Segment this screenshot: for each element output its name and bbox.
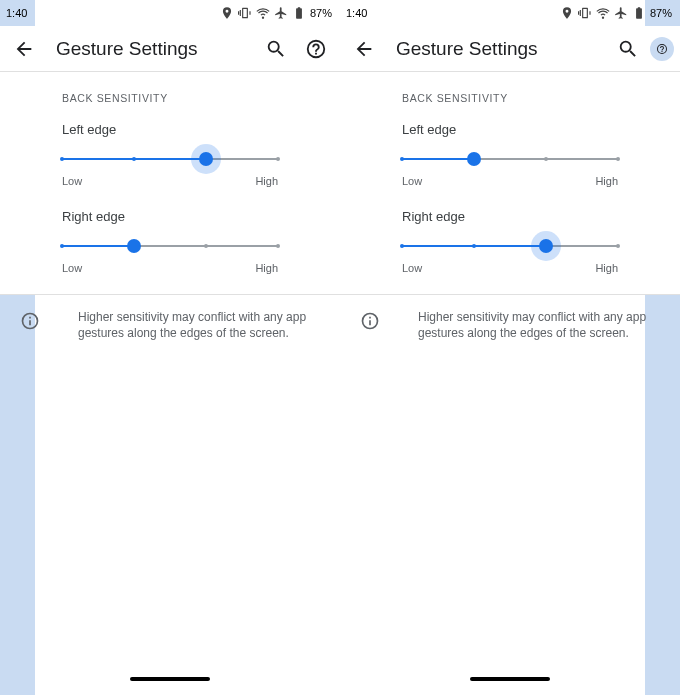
right-edge-label: Right edge [62, 209, 278, 224]
info-text: Higher sensitivity may conflict with any… [418, 309, 662, 341]
right-edge-low-label: Low [62, 262, 82, 274]
search-button[interactable] [616, 37, 640, 61]
info-icon [358, 309, 382, 333]
statusbar: 1:4087% [0, 0, 340, 26]
phone-screen-1: 1:4087%Gesture SettingsBACK SENSITIVITYL… [0, 0, 340, 695]
left-edge-high-label: High [255, 175, 278, 187]
battery-icon [292, 6, 306, 20]
right-edge-slider-block: Right edgeLowHigh [0, 201, 340, 274]
left-edge-slider[interactable] [62, 147, 278, 171]
page-title: Gesture Settings [396, 38, 538, 60]
info-row: Higher sensitivity may conflict with any… [340, 295, 680, 341]
help-button[interactable] [650, 37, 674, 61]
info-icon [18, 309, 42, 333]
airplane-icon [614, 6, 628, 20]
search-button[interactable] [264, 37, 288, 61]
section-header: BACK SENSITIVITY [340, 72, 680, 114]
left-edge-label: Left edge [62, 122, 278, 137]
status-time: 1:40 [6, 7, 27, 19]
left-edge-low-label: Low [402, 175, 422, 187]
right-edge-high-label: High [255, 262, 278, 274]
settings-panel: BACK SENSITIVITYLeft edgeLowHighRight ed… [340, 72, 680, 295]
right-edge-high-label: High [595, 262, 618, 274]
appbar: Gesture Settings [0, 26, 340, 72]
airplane-icon [274, 6, 288, 20]
battery-text: 87% [310, 7, 332, 19]
vibrate-icon [238, 6, 252, 20]
right-edge-label: Right edge [402, 209, 618, 224]
right-edge-slider-block: Right edgeLowHigh [340, 201, 680, 274]
section-header: BACK SENSITIVITY [0, 72, 340, 114]
location-icon [560, 6, 574, 20]
page-title: Gesture Settings [56, 38, 198, 60]
status-time: 1:40 [346, 7, 367, 19]
left-edge-high-label: High [595, 175, 618, 187]
right-edge-low-label: Low [402, 262, 422, 274]
nav-pill[interactable] [130, 677, 210, 681]
left-edge-slider-block: Left edgeLowHigh [0, 114, 340, 187]
nav-pill[interactable] [470, 677, 550, 681]
wifi-icon [596, 6, 610, 20]
wifi-icon [256, 6, 270, 20]
left-edge-slider-block: Left edgeLowHigh [340, 114, 680, 187]
left-edge-slider[interactable] [402, 147, 618, 171]
battery-icon [632, 6, 646, 20]
info-row: Higher sensitivity may conflict with any… [0, 295, 340, 341]
right-edge-slider[interactable] [62, 234, 278, 258]
vibrate-icon [578, 6, 592, 20]
battery-text: 87% [650, 7, 672, 19]
phone-screen-2: 1:4087%Gesture SettingsBACK SENSITIVITYL… [340, 0, 680, 695]
left-edge-label: Left edge [402, 122, 618, 137]
back-button[interactable] [12, 37, 36, 61]
appbar: Gesture Settings [340, 26, 680, 72]
location-icon [220, 6, 234, 20]
settings-panel: BACK SENSITIVITYLeft edgeLowHighRight ed… [0, 72, 340, 295]
left-edge-low-label: Low [62, 175, 82, 187]
back-button[interactable] [352, 37, 376, 61]
help-button[interactable] [304, 37, 328, 61]
right-edge-slider[interactable] [402, 234, 618, 258]
statusbar: 1:4087% [340, 0, 680, 26]
info-text: Higher sensitivity may conflict with any… [78, 309, 322, 341]
